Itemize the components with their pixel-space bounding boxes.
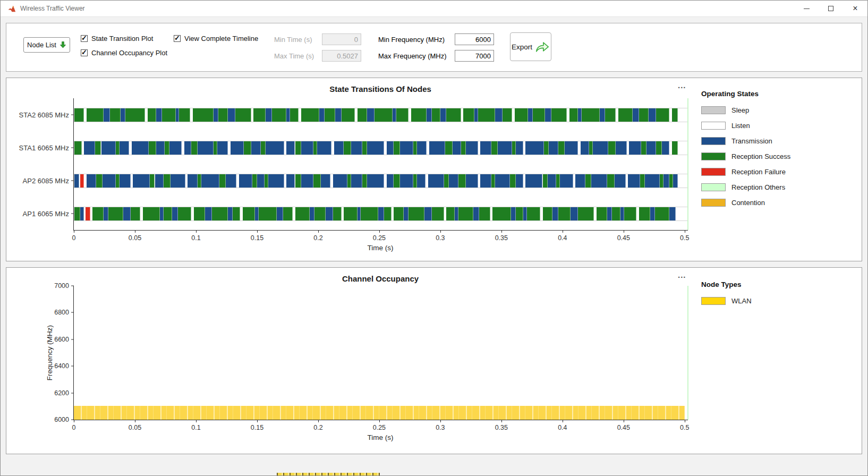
y-tick [71,286,74,286]
state-segment [150,174,155,188]
state-segment [445,141,453,155]
state-segment [290,108,299,122]
maximize-button[interactable] [819,1,843,16]
state-segment [286,141,295,155]
state-segment [605,108,616,122]
checkbox-box-icon[interactable] [81,35,88,42]
state-segment [656,141,662,155]
axes-toolbar-button[interactable]: ... [675,270,690,280]
state-segment [615,174,626,188]
close-button[interactable]: × [843,1,867,16]
x-tick [74,230,74,233]
state-segment [491,174,495,188]
legend-items: WLAN [701,293,855,309]
state-segment [458,207,473,220]
state-segment [593,141,609,155]
min-frequency-input[interactable] [455,33,494,45]
checkbox-view-complete-timeline[interactable]: View Complete Timeline [174,35,258,42]
state-segment [148,108,156,122]
x-tick [563,230,563,233]
x-tick-label: 0.4 [558,424,567,431]
node-list-dropdown[interactable]: Node List [23,37,70,53]
state-segment [649,108,656,122]
close-icon: × [853,4,857,13]
row-label: STA1 6065 MHz [19,144,69,152]
state-segment [160,207,164,220]
state-segment [558,207,571,220]
state-segment [133,174,150,188]
end-of-simulation-marker [687,98,688,230]
state-segment [639,108,649,122]
x-tick [685,420,685,422]
state-segment [321,174,330,188]
x-tick-label: 0.45 [617,424,630,431]
operating-states-legend: Operating States SleepListenTransmission… [701,90,855,210]
state-segment [214,108,218,122]
state-bar-ap2 [74,174,688,188]
dropdown-arrow-icon [59,41,66,48]
state-segment [446,207,455,220]
state-segment [466,174,478,188]
state-segment [103,174,116,188]
state-segment [178,207,191,220]
state-segment [669,207,675,220]
state-segment [301,141,313,155]
state-segment [201,174,219,188]
y-tick-label: 6200 [54,389,69,397]
state-segment [645,174,660,188]
y-axis-label: Frequency (MHz) [45,286,54,420]
state-segment [164,207,172,220]
legend-label: Reception Others [731,183,785,191]
checkbox-box-icon[interactable] [174,35,181,42]
state-segment [219,174,225,188]
state-segment [295,174,301,188]
legend-swatch [701,152,726,160]
state-segment [560,174,573,188]
state-segment [351,141,362,155]
state-segment [628,174,640,188]
state-segment [74,108,84,122]
state-segment [510,174,516,188]
state-segment [639,207,650,220]
checkbox-state-transition-plot[interactable]: State Transition Plot [81,35,153,42]
state-segment [600,108,605,122]
state-segment [569,108,578,122]
legend-label: Sleep [731,106,749,114]
state-segment [656,108,669,122]
state-segment [74,141,82,155]
state-segment [528,108,533,122]
y-tick-label: 6400 [54,362,69,370]
state-segment [417,174,426,188]
state-segment [342,108,355,122]
state-segment [84,141,95,155]
checkbox-box-icon[interactable] [81,49,88,56]
legend-label: Listen [731,122,750,130]
legend-item: Listen [701,118,855,133]
state-segment [172,207,178,220]
state-segment [80,207,84,220]
axes-toolbar-button[interactable]: ... [675,80,690,90]
x-tick-label: 0.4 [558,234,567,242]
state-segment [612,207,620,220]
y-tick [71,393,74,393]
max-time-label: Max Time (s) [274,52,314,60]
legend-label: WLAN [731,297,752,305]
state-segment [120,141,129,155]
max-frequency-input[interactable] [455,50,494,62]
state-segment [191,141,197,155]
x-tick-label: 0.35 [495,424,508,431]
state-segment [266,141,284,155]
state-segment [301,174,313,188]
occupancy-plot-area: Frequency (MHz) 600062006400660068007000… [73,286,688,420]
state-segment [108,207,123,220]
legend-title: Operating States [701,90,855,98]
state-segment [511,207,516,220]
state-segment [458,174,466,188]
checkbox-channel-occupancy-plot[interactable]: Channel Occupancy Plot [81,49,167,57]
channel-occupancy-panel: Channel Occupancy ... Frequency (MHz) 60… [6,267,862,454]
minimize-button[interactable] [794,1,819,16]
export-button[interactable]: Export [510,32,551,61]
state-segment [198,141,214,155]
state-segment [351,174,362,188]
state-segment [650,207,655,220]
